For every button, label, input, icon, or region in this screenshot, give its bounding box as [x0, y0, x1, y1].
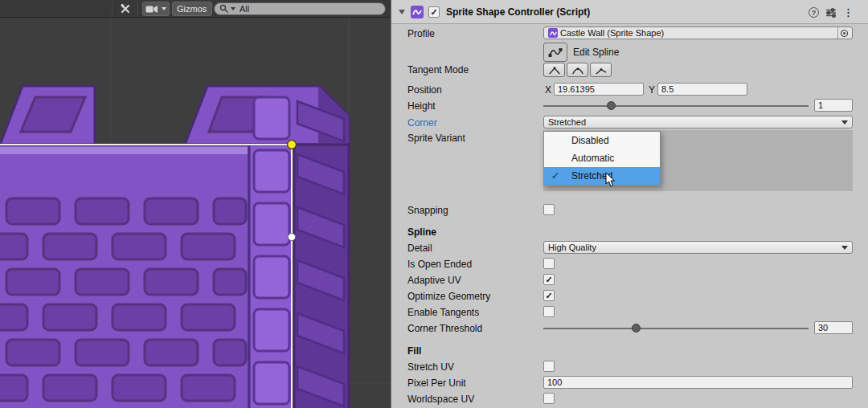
search-input[interactable]: [240, 4, 380, 14]
foldout-arrow-icon[interactable]: [399, 10, 405, 14]
stretch-uv-checkbox[interactable]: [543, 361, 555, 372]
stretch-uv-label: Stretch UV: [407, 361, 454, 373]
dropdown-item-disabled[interactable]: Disabled: [544, 132, 660, 149]
inspector-panel: ✓ Sprite Shape Controller (Script) ? ⋮ P…: [391, 0, 868, 408]
height-slider[interactable]: [543, 99, 809, 113]
worldspace-uv-row: Worldspace UV: [391, 392, 868, 406]
edit-spline-row: Edit Spline: [391, 43, 868, 62]
pixel-per-unit-row: Pixel Per Unit: [391, 376, 868, 390]
enable-tangents-label: Enable Tangents: [407, 307, 479, 318]
snapping-row: Snapping: [391, 203, 868, 218]
detail-value: High Quality: [548, 243, 596, 252]
corner-dropdown[interactable]: Stretched: [543, 116, 853, 129]
height-label: Height: [407, 100, 436, 112]
mouse-cursor: [605, 172, 616, 188]
sprite-variant-label: Sprite Variant: [407, 133, 465, 144]
position-row: Position X Y: [391, 83, 868, 97]
position-y-label: Y: [649, 84, 655, 96]
snapping-checkbox[interactable]: [543, 204, 555, 215]
height-value-field[interactable]: [814, 99, 853, 112]
search-icon: [219, 4, 229, 14]
spline-section-row: Spline: [391, 225, 868, 239]
adaptive-uv-row: Adaptive UV ✓: [391, 273, 868, 288]
position-y-field[interactable]: [657, 83, 747, 96]
detail-label: Detail: [407, 243, 432, 254]
optimize-geometry-checkbox[interactable]: ✓: [543, 290, 555, 301]
unity-editor: Gizmos: [0, 0, 868, 408]
corner-row: Corner Stretched: [391, 116, 868, 130]
optimize-geometry-row: Optimize Geometry ✓: [391, 289, 868, 304]
kebab-menu-icon[interactable]: ⋮: [842, 6, 854, 18]
is-open-ended-checkbox[interactable]: [543, 258, 555, 269]
profile-object-field[interactable]: Castle Wall (Sprite Shape): [543, 27, 853, 39]
corner-dropdown-popup: Disabled Automatic ✓ Stretched: [543, 131, 661, 186]
tangent-linear-button[interactable]: [543, 63, 565, 77]
gizmos-button[interactable]: Gizmos: [172, 2, 212, 16]
detail-dropdown[interactable]: High Quality: [543, 241, 853, 254]
scene-toolbar: Gizmos: [0, 0, 391, 18]
is-open-ended-label: Is Open Ended: [407, 259, 472, 270]
slider-thumb[interactable]: [607, 101, 616, 110]
dropdown-item-automatic[interactable]: Automatic: [544, 149, 660, 167]
search-filter-chevron-icon[interactable]: [231, 7, 235, 10]
camera-icon: [145, 5, 158, 14]
corner-threshold-row: Corner Threshold: [391, 321, 868, 336]
dropdown-item-label: Automatic: [571, 153, 614, 164]
spline-section-header: Spline: [407, 226, 436, 238]
height-row: Height: [391, 99, 868, 113]
scene-view-panel: Gizmos: [0, 0, 391, 408]
tools-icon[interactable]: [116, 2, 135, 16]
is-open-ended-row: Is Open Ended: [391, 257, 868, 271]
enable-tangents-row: Enable Tangents: [391, 305, 868, 320]
position-label: Position: [407, 84, 442, 96]
worldspace-uv-label: Worldspace UV: [407, 394, 474, 405]
toolbar-separator: [112, 2, 113, 16]
fill-section-row: Fill: [391, 344, 868, 358]
optimize-geometry-label: Optimize Geometry: [407, 291, 490, 302]
stretch-uv-row: Stretch UV: [391, 360, 868, 374]
tangent-continuous-button[interactable]: [567, 63, 588, 77]
adaptive-uv-checkbox[interactable]: ✓: [543, 274, 555, 285]
edit-spline-label: Edit Spline: [573, 47, 619, 58]
scene-canvas[interactable]: [0, 18, 391, 408]
sprite-shape-asset-icon: [548, 28, 558, 38]
corner-threshold-slider[interactable]: [543, 321, 809, 336]
help-icon[interactable]: ?: [809, 7, 819, 18]
corner-threshold-label: Corner Threshold: [407, 323, 482, 334]
sprite-shape-controller-icon: [411, 6, 424, 18]
spline-point-selected-yellow[interactable]: [288, 141, 297, 149]
tangent-mode-row: Tangent Mode: [391, 63, 868, 77]
enable-tangents-checkbox[interactable]: [543, 306, 555, 317]
chevron-down-icon: [841, 120, 848, 124]
slider-thumb[interactable]: [632, 324, 641, 333]
adaptive-uv-label: Adaptive UV: [407, 275, 461, 286]
pixel-per-unit-label: Pixel Per Unit: [407, 377, 466, 389]
presets-icon[interactable]: [825, 6, 837, 18]
position-x-label: X: [545, 84, 551, 96]
chevron-down-icon: [162, 7, 166, 10]
slider-track: [543, 328, 809, 329]
object-picker-icon[interactable]: [837, 27, 850, 39]
position-x-field[interactable]: [554, 83, 644, 96]
component-header[interactable]: ✓ Sprite Shape Controller (Script) ? ⋮: [391, 0, 868, 24]
dropdown-item-label: Disabled: [571, 135, 609, 146]
spline-point-white[interactable]: [289, 234, 296, 241]
camera-view-button[interactable]: [142, 2, 170, 16]
edit-spline-button[interactable]: [543, 43, 567, 62]
gizmos-label: Gizmos: [177, 4, 207, 14]
tangent-broken-button[interactable]: [590, 63, 612, 77]
worldspace-uv-checkbox[interactable]: [543, 393, 555, 404]
scene-search-field[interactable]: [214, 2, 386, 15]
profile-row: Profile Castle Wall (Sprite Shape): [391, 27, 868, 41]
component-enabled-checkbox[interactable]: ✓: [428, 6, 440, 18]
check-icon: ✓: [551, 167, 559, 185]
component-title: Sprite Shape Controller (Script): [446, 6, 590, 18]
corner-label: Corner: [407, 117, 437, 129]
detail-row: Detail High Quality: [391, 241, 868, 255]
pixel-per-unit-field[interactable]: [543, 376, 853, 389]
dropdown-item-stretched[interactable]: ✓ Stretched: [544, 167, 660, 185]
snapping-label: Snapping: [407, 205, 448, 216]
corner-threshold-value-field[interactable]: [814, 321, 853, 334]
tangent-mode-label: Tangent Mode: [407, 64, 469, 75]
profile-value: Castle Wall (Sprite Shape): [560, 28, 664, 38]
